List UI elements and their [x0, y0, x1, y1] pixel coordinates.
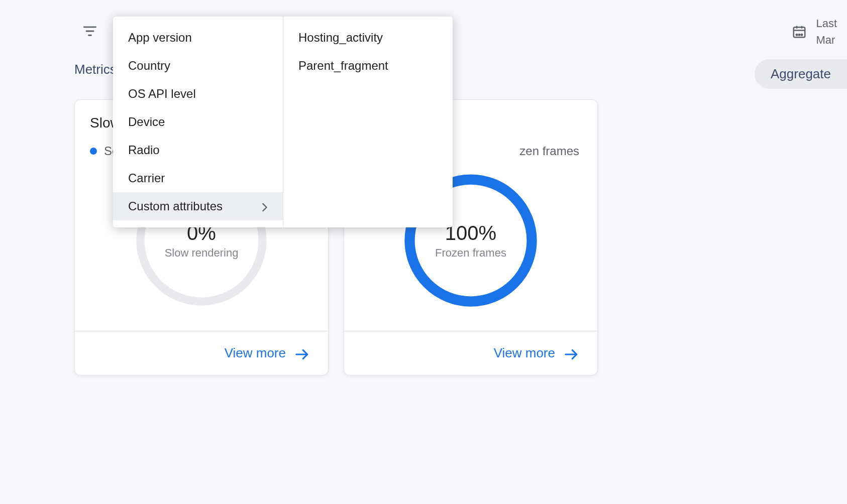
dropdown-item-carrier[interactable]: Carrier — [113, 164, 283, 192]
dropdown-item-label: Custom attributes — [128, 199, 223, 213]
dropdown-item-device[interactable]: Device — [113, 108, 283, 136]
calendar-icon — [792, 24, 807, 39]
date-range-picker[interactable]: Last Mar — [792, 15, 837, 48]
card-footer: View more — [75, 331, 328, 375]
arrow-right-icon — [295, 348, 310, 359]
dropdown-item-os-api-level[interactable]: OS API level — [113, 80, 283, 108]
view-more-button[interactable]: View more — [225, 345, 310, 361]
svg-point-7 — [796, 34, 798, 36]
dropdown-item-app-version[interactable]: App version — [113, 24, 283, 52]
metrics-label: Metrics — [74, 62, 117, 77]
arrow-right-icon — [564, 348, 579, 359]
dropdown-col-primary: App version Country OS API level Device … — [113, 17, 283, 227]
date-line1: Last — [816, 15, 837, 32]
dropdown-item-radio[interactable]: Radio — [113, 136, 283, 164]
dropdown-item-country[interactable]: Country — [113, 52, 283, 80]
view-more-label: View more — [494, 345, 555, 361]
card-footer: View more — [344, 331, 597, 375]
aggregate-toggle[interactable]: Aggregate — [755, 59, 847, 89]
legend-label-frozen: zen frames — [519, 144, 579, 158]
dropdown-item-hosting-activity[interactable]: Hosting_activity — [283, 24, 453, 52]
chevron-right-icon — [262, 201, 268, 211]
svg-point-9 — [801, 34, 803, 36]
date-line2: Mar — [816, 32, 837, 48]
svg-point-8 — [799, 34, 800, 36]
gauge-label: Frozen frames — [435, 246, 506, 260]
dropdown-col-secondary: Hosting_activity Parent_fragment — [283, 17, 453, 227]
dropdown-item-custom-attributes[interactable]: Custom attributes — [113, 192, 283, 220]
gauge-label: Slow rendering — [165, 246, 239, 260]
gauge-value: 100% — [445, 222, 496, 244]
filter-icon[interactable] — [83, 25, 97, 37]
filter-dropdown: App version Country OS API level Device … — [113, 17, 453, 227]
dropdown-item-parent-fragment[interactable]: Parent_fragment — [283, 52, 453, 80]
view-more-button[interactable]: View more — [494, 345, 579, 361]
view-more-label: View more — [225, 345, 286, 361]
legend-dot-icon — [90, 148, 97, 155]
date-range-text: Last Mar — [816, 15, 837, 48]
